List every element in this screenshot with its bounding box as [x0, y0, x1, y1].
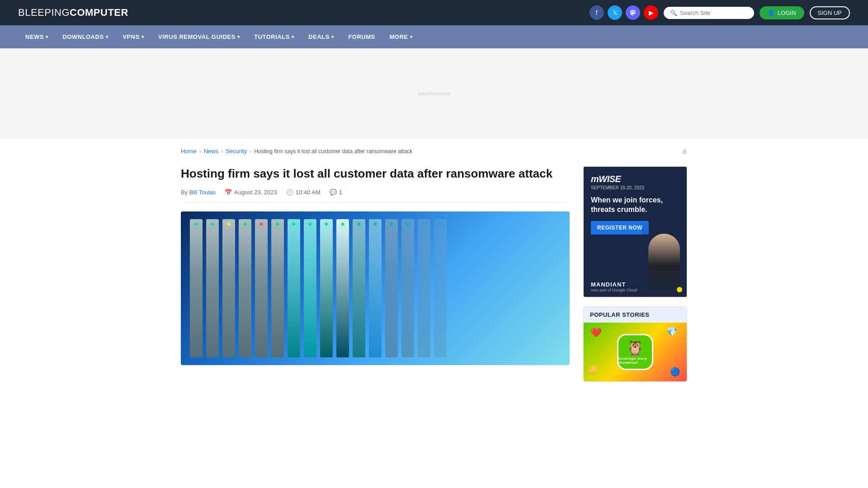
popular-stories: POPULAR STORIES ❤️ 💎 🪙 🔵 🦉 Duolingo stor…: [583, 306, 687, 382]
ad-date: SEPTEMBER 18-20, 2023: [591, 185, 679, 190]
twitter-icon[interactable]: 𝕏: [608, 5, 622, 20]
ad-logo: mWISE: [591, 174, 679, 184]
article-time: 🕙 10:40 AM: [286, 189, 321, 196]
nav-item-deals[interactable]: DEALS ▾: [301, 25, 341, 48]
logo-bold: COMPUTER: [70, 7, 128, 18]
article-meta: By Bill Toulas 📅 August 23, 2023 🕙 10:40…: [181, 189, 570, 202]
rack-unit: [353, 219, 365, 357]
login-button[interactable]: 👤 LOGIN: [760, 6, 804, 19]
nav-item-more[interactable]: MORE ▾: [382, 25, 420, 48]
calendar-icon: 📅: [225, 189, 232, 196]
rack-unit: [206, 219, 219, 357]
rack-unit: [434, 219, 447, 357]
clock-icon: 🕙: [286, 189, 293, 196]
comment-icon: 💬: [330, 189, 337, 196]
rack-unit: [336, 219, 349, 357]
author-link[interactable]: Bill Toulas: [189, 189, 216, 196]
rack-unit: [255, 219, 268, 357]
chevron-down-icon: ▾: [46, 34, 48, 39]
logo-light: BLEEPING: [18, 7, 70, 18]
rack-unit: [190, 219, 203, 357]
chevron-down-icon: ▾: [142, 34, 144, 39]
article-date: 📅 August 23, 2023: [225, 189, 277, 196]
popular-stories-header: POPULAR STORIES: [584, 307, 687, 323]
site-logo[interactable]: BLEEPINGCOMPUTER: [18, 7, 128, 19]
user-icon: 👤: [768, 9, 775, 16]
article-comments: 💬 1: [330, 189, 342, 196]
rack-unit: [271, 219, 284, 357]
article-image: [181, 211, 570, 365]
rack-unit: [304, 219, 316, 357]
signup-label: SIGN UP: [818, 9, 842, 16]
rack-unit: [239, 219, 251, 357]
ad-banner: Advertisement: [0, 48, 868, 139]
nav-item-tutorials[interactable]: TUTORIALS ▾: [247, 25, 301, 48]
ad-person-image: [642, 220, 687, 297]
print-icon[interactable]: 🖨: [682, 148, 687, 155]
search-icon: 🔍: [670, 9, 677, 16]
search-input[interactable]: [680, 9, 748, 16]
server-rack: [181, 211, 570, 365]
chevron-down-icon: ▾: [106, 34, 108, 39]
nav-item-downloads[interactable]: DOWNLOADS ▾: [56, 25, 116, 48]
ad-brand: MANDIANT now part of Google Cloud: [591, 281, 637, 292]
facebook-icon[interactable]: f: [590, 5, 604, 20]
social-icons: f 𝕏 ▶: [590, 5, 658, 20]
rack-unit: [222, 219, 235, 357]
main-nav: NEWS ▾ DOWNLOADS ▾ VPNS ▾ VIRUS REMOVAL …: [0, 25, 868, 48]
chevron-down-icon: ▾: [410, 34, 413, 39]
rack-unit: [401, 219, 414, 357]
search-box[interactable]: 🔍: [664, 7, 754, 19]
chevron-down-icon: ▾: [331, 34, 334, 39]
breadcrumb-separator: ›: [250, 148, 251, 155]
breadcrumb-security[interactable]: Security: [226, 148, 247, 155]
site-header: BLEEPINGCOMPUTER f 𝕏 ▶ 🔍 👤 LOGIN SIGN UP: [0, 0, 868, 25]
article-main: Hosting firm says it lost all customer d…: [181, 166, 570, 382]
chevron-down-icon: ▾: [237, 34, 240, 39]
decorative-orb: 🔵: [670, 367, 680, 377]
mastodon-icon[interactable]: [626, 5, 640, 20]
breadcrumb-news[interactable]: News: [204, 148, 219, 155]
nav-item-virus-removal[interactable]: VIRUS REMOVAL GUIDES ▾: [151, 25, 247, 48]
login-label: LOGIN: [778, 9, 796, 16]
rack-unit: [288, 219, 300, 357]
duolingo-logo: 🦉 Duolingo story thumbnail: [617, 334, 653, 370]
breadcrumb: Home › News › Security › Hosting firm sa…: [181, 139, 687, 162]
rack-unit: [369, 219, 382, 357]
nav-item-vpns[interactable]: VPNS ▾: [115, 25, 151, 48]
nav-item-forums[interactable]: FORUMS: [341, 25, 382, 48]
signup-button[interactable]: SIGN UP: [810, 6, 850, 19]
article-title: Hosting firm says it lost all customer d…: [181, 166, 570, 182]
popular-story-thumbnail[interactable]: ❤️ 💎 🪙 🔵 🦉 Duolingo story thumbnail: [584, 323, 687, 381]
decorative-heart: ❤️: [590, 327, 602, 338]
chevron-down-icon: ▾: [292, 34, 294, 39]
breadcrumb-separator: ›: [199, 148, 201, 155]
sidebar-ad: mWISE SEPTEMBER 18-20, 2023 When we join…: [583, 166, 687, 297]
ad-register-button[interactable]: REGISTER NOW: [591, 221, 649, 235]
content-area: Hosting firm says it lost all customer d…: [181, 166, 687, 382]
rack-unit: [385, 219, 398, 357]
article-author: By Bill Toulas: [181, 189, 216, 196]
sidebar: mWISE SEPTEMBER 18-20, 2023 When we join…: [583, 166, 687, 382]
youtube-icon[interactable]: ▶: [644, 5, 658, 20]
main-wrapper: Home › News › Security › Hosting firm sa…: [163, 139, 705, 382]
comments-link[interactable]: 1: [339, 189, 342, 196]
decorative-gem: 💎: [666, 326, 678, 337]
header-right: f 𝕏 ▶ 🔍 👤 LOGIN SIGN UP: [590, 5, 850, 20]
ad-headline: When we join forces, threats crumble.: [591, 196, 679, 215]
rack-unit: [418, 219, 430, 357]
breadcrumb-separator: ›: [221, 148, 223, 155]
rack-unit: [320, 219, 333, 357]
nav-item-news[interactable]: NEWS ▾: [18, 25, 56, 48]
ad-corner-dot: [677, 287, 682, 292]
decorative-coin: 🪙: [588, 365, 598, 375]
breadcrumb-home[interactable]: Home: [181, 148, 197, 155]
breadcrumb-current: Hosting firm says it lost all customer d…: [254, 148, 412, 155]
